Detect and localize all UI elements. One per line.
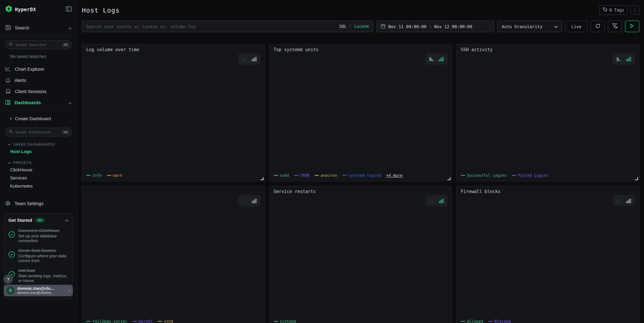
user-email: dominic.tran@clickho... <box>17 290 54 294</box>
bar-chart-icon[interactable] <box>439 56 444 62</box>
legend-dash <box>512 175 516 176</box>
sidebar-divider <box>0 110 77 111</box>
line-chart-icon[interactable]: 200150100500Nov 11 12:00:00 AM10:30:00 A… <box>242 198 248 203</box>
legend-item[interactable]: systemd-logind <box>342 173 381 178</box>
date-range-value: Nov 11 00:00:00 - Nov 12 00:00:00 <box>388 24 472 29</box>
step-desc: Configure where your data comes from <box>18 254 69 263</box>
tags-button[interactable]: 0 Tags <box>599 6 628 15</box>
sidebar-item-chart-explorer[interactable]: Chart Explorer <box>0 64 77 75</box>
date-range-picker[interactable]: Nov 11 00:00:00 - Nov 12 00:00:00 <box>376 21 494 32</box>
bar-chart-icon[interactable] <box>626 198 631 203</box>
sidebar-item-services[interactable]: Services <box>0 174 77 182</box>
legend-item[interactable]: Allowed <box>461 319 483 323</box>
legend-dash <box>274 321 278 322</box>
legend-dash <box>86 321 91 322</box>
dashboard-link-label: Host Logs <box>10 149 32 154</box>
live-button[interactable]: Live <box>565 21 588 32</box>
lucene-mode-toggle[interactable]: Lucene <box>354 24 369 29</box>
legend-item[interactable]: anacron <box>314 173 337 178</box>
chart-title <box>86 189 260 196</box>
svg-text:10:30:00 AM: 10:30:00 AM <box>619 202 620 203</box>
chart-title: SSH activity <box>461 47 635 54</box>
legend-dash <box>461 321 465 322</box>
line-chart-icon[interactable]: 1209060300Nov 11 12:00:00 AM10:30:00 AM1… <box>616 198 622 203</box>
bar-chart-icon[interactable] <box>626 56 631 62</box>
resize-handle[interactable] <box>448 177 451 180</box>
sidebar-item-client-sessions[interactable]: Client Sessions <box>0 86 77 97</box>
legend-item[interactable]: systemd <box>274 319 296 323</box>
sidebar-item-clickhouse[interactable]: ClickHouse <box>0 166 77 174</box>
sidebar-item-team-settings[interactable]: Team Settings <box>0 198 77 209</box>
line-chart-icon[interactable]: 1K7505002500Nov 11 12:00:00 AM10:30:00 A… <box>429 56 435 62</box>
chart-legend: AllowedBlocked <box>461 317 635 323</box>
chart-panel-top-systemd-units: Top systemd units 1K7505002500Nov 11 12:… <box>269 44 452 181</box>
saved-dashboards-input[interactable]: Saved Dashboards ⌘K <box>6 128 72 136</box>
chart-canvas[interactable] <box>86 54 260 172</box>
chevron-up-icon[interactable] <box>65 217 69 223</box>
sidebar-item-alerts[interactable]: Alerts <box>0 75 77 86</box>
dashboards-icon <box>6 100 10 106</box>
legend-item[interactable]: warn <box>107 173 122 178</box>
help-button[interactable]: ? <box>4 274 13 284</box>
refresh-button[interactable] <box>590 21 605 32</box>
chart-canvas[interactable] <box>274 196 447 317</box>
legend-more-link[interactable]: +4 more <box>386 173 402 178</box>
chevron-right-icon: › <box>68 288 70 293</box>
section-presets[interactable]: PRESETS <box>0 159 77 166</box>
chart-canvas[interactable] <box>274 54 447 172</box>
sidebar-item-search[interactable]: Search <box>0 22 77 34</box>
sidebar-item-kubernetes[interactable]: Kubernetes <box>0 182 77 190</box>
resize-handle[interactable] <box>635 177 638 180</box>
get-started-step-add-data[interactable]: Add DataStart sending logs, metrics, or … <box>8 267 69 283</box>
sidebar-header: HyperDX <box>0 0 77 14</box>
granularity-select[interactable]: Auto Granularity <box>497 21 562 32</box>
run-query-button[interactable] <box>625 21 639 32</box>
play-icon <box>630 24 634 29</box>
bar-chart-icon[interactable] <box>439 198 444 203</box>
step-title: Add Data <box>18 268 35 273</box>
bar-chart-icon[interactable] <box>252 56 256 62</box>
legend-item[interactable]: fail2ban-server <box>86 319 128 323</box>
event-search-bar: SQL | Lucene <box>82 21 374 32</box>
sidebar-item-dashboards[interactable]: Dashboards <box>0 97 77 108</box>
bar-chart-icon[interactable] <box>252 198 256 203</box>
line-chart-icon[interactable]: 1K7505002500Nov 11 12:00:00 AM10:30:00 A… <box>242 56 248 62</box>
svg-text:8: 8 <box>429 199 430 199</box>
legend-item[interactable]: CRON <box>294 173 310 178</box>
bell-icon <box>6 77 10 84</box>
chart-canvas[interactable] <box>86 196 260 317</box>
get-started-step-sources[interactable]: Create Data SourcesConfigure where your … <box>8 247 69 263</box>
live-label: Live <box>571 24 582 29</box>
legend-item[interactable]: info <box>86 173 102 178</box>
get-started-progress-badge: 3/3 <box>35 217 45 223</box>
get-started-step-connect[interactable]: Connect to ClickHouseSet up your databas… <box>8 227 69 243</box>
chart-canvas[interactable] <box>461 54 635 172</box>
svg-text:11:30:00 PM: 11:30:00 PM <box>434 203 435 203</box>
chevron-down-icon <box>554 24 558 29</box>
line-chart-icon[interactable]: 86420Nov 11 12:00:00 AM10:30:00 AM11:30:… <box>429 198 435 203</box>
legend-item[interactable]: Successful Logins <box>461 173 507 178</box>
legend-dash <box>107 175 111 176</box>
line-chart-icon[interactable]: 6004503001500Nov 11 12:00:00 AM10:30:00 … <box>616 56 622 62</box>
section-saved-dashboards[interactable]: SAVED DASHBOARDS <box>0 141 77 147</box>
legend-item[interactable]: Failed Logins <box>512 173 548 178</box>
legend-item[interactable]: kernel <box>132 319 153 323</box>
resize-handle[interactable] <box>260 177 263 180</box>
legend-dash <box>158 321 162 322</box>
legend-item[interactable]: Blocked <box>488 319 511 323</box>
create-dashboard-button[interactable]: + Create Dashboard <box>0 113 77 124</box>
event-search-input[interactable] <box>82 24 339 29</box>
legend-item[interactable]: sshd <box>158 319 173 323</box>
create-dashboard-label: Create Dashboard <box>15 116 51 121</box>
sql-mode-toggle[interactable]: SQL <box>339 24 346 29</box>
filter-button[interactable] <box>608 21 622 32</box>
no-saved-searches-note: No saved searches <box>0 49 77 59</box>
sidebar-collapse-icon[interactable] <box>66 6 72 13</box>
legend-item[interactable]: sshd <box>274 173 289 178</box>
sidebar-item-host-logs[interactable]: Host Logs <box>0 147 77 155</box>
user-profile-button[interactable]: D dominic.tran@clic... dominic.tran@clic… <box>4 285 73 296</box>
chart-canvas[interactable] <box>461 196 635 317</box>
panel-menu-button[interactable]: ⋮ <box>630 6 639 15</box>
saved-searches-input[interactable]: Saved Searches ⌘K <box>6 40 72 49</box>
sidebar-item-label: Alerts <box>14 78 26 83</box>
